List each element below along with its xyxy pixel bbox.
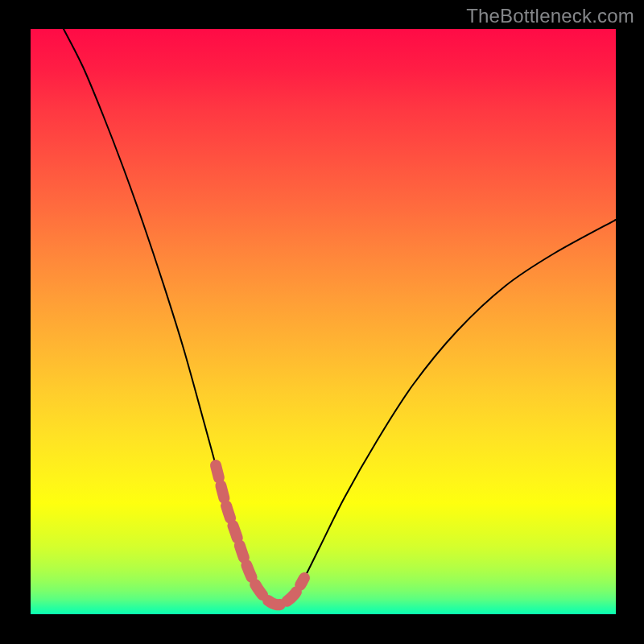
watermark-text: TheBottleneck.com [466,5,634,27]
bottleneck-curve [64,29,616,605]
chart-frame: TheBottleneck.com [0,0,644,644]
curves-svg [31,29,616,614]
highlight-segment [216,465,304,605]
plot-area [31,29,616,614]
